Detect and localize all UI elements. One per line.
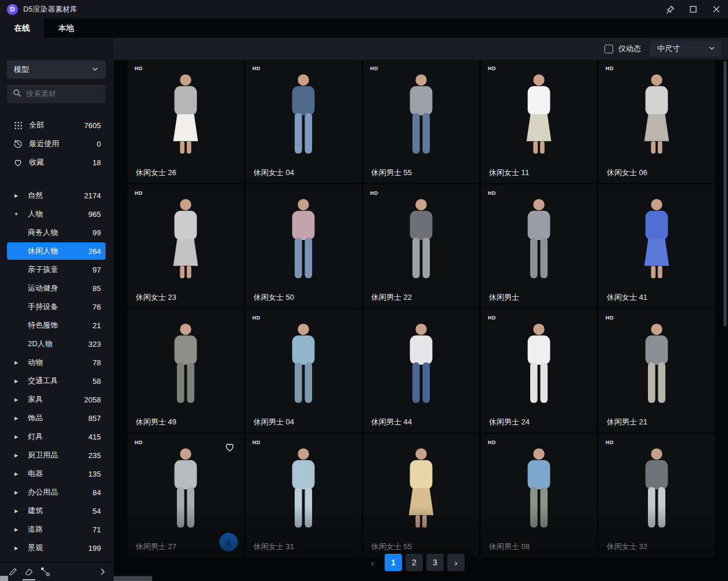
only-dynamic-checkbox[interactable] — [604, 45, 613, 53]
triangle-collapsed-icon[interactable]: ▶ — [10, 490, 22, 495]
search-input[interactable]: 搜索素材 — [7, 85, 106, 103]
asset-card[interactable]: HD休闲女士 26 — [128, 60, 244, 183]
pagination-prev[interactable]: ‹ — [364, 554, 381, 571]
sidebar-category-vehicles[interactable]: ▶交通工具58 — [7, 372, 106, 390]
asset-card[interactable]: HD休闲男士 04 — [245, 309, 361, 433]
sidebar-category-lighting[interactable]: ▶灯具415 — [7, 428, 106, 445]
sidebar-category-family-kids[interactable]: 亲子孩童97 — [7, 261, 106, 278]
triangle-collapsed-icon[interactable]: ▶ — [10, 416, 22, 421]
asset-type-select[interactable]: 模型 — [7, 60, 106, 79]
sidebar-category-2d-people[interactable]: 2D人物323 — [7, 335, 106, 353]
material-library-window: D D5渲染器素材库 在线 本地 模型 — [0, 0, 728, 581]
asset-card[interactable]: 休闲女士 41 — [599, 184, 715, 308]
asset-card[interactable]: HD休闲女士 04 — [245, 60, 361, 183]
asset-card[interactable]: HD休闲女士 23 — [128, 184, 244, 308]
sidebar-category-office-supplies[interactable]: ▶办公用品84 — [7, 484, 106, 501]
vertical-scrollbar[interactable] — [723, 60, 727, 581]
triangle-expanded-icon[interactable]: ▼ — [10, 212, 22, 217]
asset-thumbnail — [639, 197, 675, 284]
scrollbar-thumb[interactable] — [723, 61, 727, 326]
maximize-icon[interactable] — [682, 0, 705, 19]
eraser-icon[interactable] — [21, 567, 37, 577]
tab-local[interactable]: 本地 — [44, 19, 88, 38]
triangle-collapsed-icon[interactable]: ▶ — [10, 397, 22, 402]
asset-card[interactable]: HD休闲女士 06 — [599, 60, 715, 183]
asset-card-label: 休闲男士 22 — [371, 292, 412, 303]
triangle-collapsed-icon[interactable]: ▶ — [10, 379, 22, 384]
asset-card-label: 休闲女士 04 — [253, 168, 294, 178]
asset-card[interactable]: HD休闲男士 21 — [599, 309, 715, 433]
pagination-page-2[interactable]: 2 — [405, 554, 423, 571]
asset-grid-viewport: HD休闲女士 26HD休闲女士 04HD休闲男士 55HD休闲女士 11HD休闲… — [114, 60, 728, 581]
sidebar-quick-items: 全部7605最近使用0收藏18 — [0, 117, 114, 172]
sidebar-category-handheld-devices[interactable]: 手持设备76 — [7, 298, 106, 315]
sidebar-category-appliances[interactable]: ▶电器135 — [7, 465, 106, 482]
path-node-icon[interactable] — [37, 566, 53, 578]
heart-icon — [13, 158, 23, 167]
chevron-down-icon — [92, 66, 99, 74]
asset-card[interactable]: 休闲女士 50 — [245, 184, 361, 308]
triangle-collapsed-icon[interactable]: ▶ — [10, 434, 22, 440]
download-button[interactable] — [219, 533, 238, 551]
asset-thumbnail — [285, 72, 321, 159]
sidebar-item-favorites[interactable]: 收藏18 — [7, 154, 106, 171]
asset-card[interactable]: HD休闲女士 11 — [481, 60, 597, 183]
tab-online[interactable]: 在线 — [0, 19, 44, 38]
category-label: 厨卫用品 — [28, 450, 58, 460]
sidebar-category-casual-people[interactable]: 休闲人物264 — [7, 242, 106, 260]
sidebar-category-people[interactable]: ▼人物965 — [7, 205, 106, 223]
sidebar-item-recent[interactable]: 最近使用0 — [7, 135, 106, 152]
asset-card[interactable]: HD休闲男士 27 — [128, 434, 244, 557]
asset-thumbnail — [403, 72, 439, 159]
category-count: 199 — [88, 544, 101, 553]
triangle-collapsed-icon[interactable]: ▶ — [10, 471, 22, 477]
triangle-collapsed-icon[interactable]: ▶ — [10, 453, 22, 458]
asset-thumbnail — [285, 197, 321, 284]
category-count: 58 — [93, 377, 101, 386]
asset-card[interactable]: 休闲男士 44 — [363, 309, 479, 433]
asset-card[interactable]: HD休闲男士 22 — [363, 184, 479, 308]
thumbnail-size-select[interactable]: 中尺寸 — [650, 41, 721, 57]
triangle-collapsed-icon[interactable]: ▶ — [10, 193, 22, 198]
only-dynamic-filter[interactable]: 仅动态 — [604, 43, 641, 54]
sidebar-category-animals[interactable]: ▶动物78 — [7, 354, 106, 371]
category-label: 休闲人物 — [28, 246, 58, 256]
window-title: D5渲染器素材库 — [23, 5, 77, 14]
asset-card[interactable]: HD休闲男士 24 — [481, 309, 597, 433]
sidebar-category-special-costume[interactable]: 特色服饰21 — [7, 317, 106, 334]
pagination-next[interactable]: › — [447, 554, 465, 571]
sidebar-category-architecture[interactable]: ▶建筑54 — [7, 502, 106, 520]
pagination-page-3[interactable]: 3 — [426, 554, 444, 571]
category-count: 323 — [88, 340, 101, 348]
sidebar-category-nature[interactable]: ▶自然2174 — [7, 187, 106, 204]
asset-thumbnail — [521, 197, 557, 284]
asset-card-label: 休闲男士 44 — [371, 417, 412, 427]
asset-card[interactable]: HD休闲男士 — [481, 184, 597, 308]
sidebar-category-kitchen-bath[interactable]: ▶厨卫用品235 — [7, 446, 106, 464]
asset-card[interactable]: 休闲女士 55 — [363, 434, 479, 557]
asset-card[interactable]: HD休闲女士 31 — [245, 434, 361, 557]
sidebar-category-furniture[interactable]: ▶家具2058 — [7, 391, 106, 408]
d5-logo-icon: D — [7, 4, 18, 15]
asset-card[interactable]: HD休闲女士 32 — [599, 434, 715, 557]
close-icon[interactable] — [705, 0, 728, 19]
asset-card[interactable]: HD休闲男士 55 — [363, 60, 479, 183]
sidebar-category-roads[interactable]: ▶道路71 — [7, 521, 106, 538]
sidebar-category-landscape[interactable]: ▶景观199 — [7, 539, 106, 557]
favorite-heart-icon[interactable] — [224, 442, 236, 455]
asset-card[interactable]: HD休闲男士 08 — [481, 434, 597, 557]
triangle-collapsed-icon[interactable]: ▶ — [10, 360, 22, 365]
asset-card[interactable]: 休闲男士 49 — [128, 309, 244, 433]
triangle-collapsed-icon[interactable]: ▶ — [10, 527, 22, 532]
triangle-collapsed-icon[interactable]: ▶ — [10, 546, 22, 551]
triangle-collapsed-icon[interactable]: ▶ — [10, 509, 22, 514]
sidebar-category-sports-fitness[interactable]: 运动健身85 — [7, 279, 106, 297]
pagination-page-1[interactable]: 1 — [385, 554, 402, 571]
sidebar-item-all[interactable]: 全部7605 — [7, 117, 106, 134]
sidebar-category-decor[interactable]: ▶饰品857 — [7, 409, 106, 427]
asset-thumbnail — [403, 446, 439, 533]
pin-icon[interactable] — [658, 0, 682, 19]
panel-expand-chevron-icon[interactable] — [99, 567, 107, 579]
sidebar-category-business-people[interactable]: 商务人物99 — [7, 224, 106, 241]
category-count: 54 — [93, 507, 101, 515]
